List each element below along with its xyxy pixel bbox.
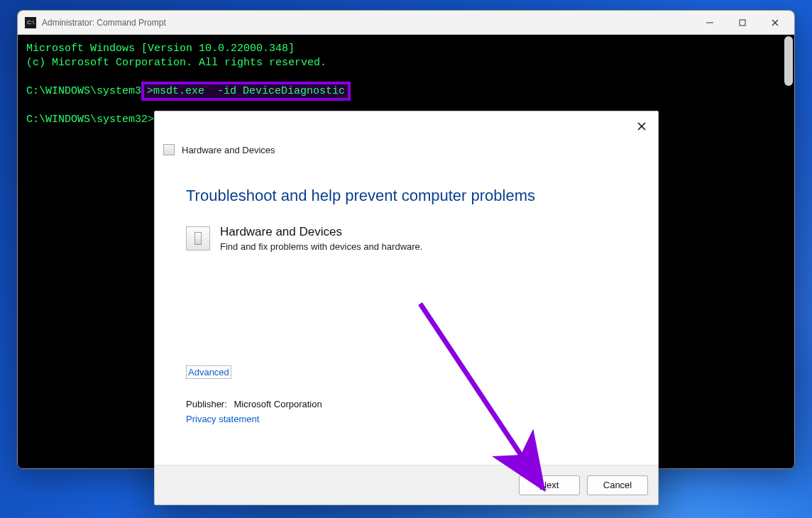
close-icon xyxy=(637,121,647,131)
publisher-value: Microsoft Corporation xyxy=(234,399,322,409)
dialog-close-button[interactable] xyxy=(632,117,651,136)
maximize-button[interactable] xyxy=(726,11,759,35)
terminal-line xyxy=(26,70,786,84)
prompt-prefix: C:\WINDOWS\system3 xyxy=(26,85,141,97)
cmd-icon: C:\ xyxy=(25,17,36,28)
close-window-button[interactable] xyxy=(759,11,791,35)
maximize-icon xyxy=(739,19,746,26)
publisher-row: Publisher: Microsoft Corporation xyxy=(186,399,627,409)
dialog-footer: Next Cancel xyxy=(155,465,658,505)
minimize-icon xyxy=(706,19,713,26)
dialog-header-title: Hardware and Devices xyxy=(182,145,275,155)
item-description: Find and fix problems with devices and h… xyxy=(220,241,422,252)
item-title: Hardware and Devices xyxy=(220,225,422,239)
terminal-line: Microsoft Windows [Version 10.0.22000.34… xyxy=(26,42,786,56)
hardware-large-icon xyxy=(186,226,210,250)
minimize-button[interactable] xyxy=(693,11,726,35)
titlebar[interactable]: C:\ Administrator: Command Prompt xyxy=(18,11,794,35)
cancel-button[interactable]: Cancel xyxy=(587,475,648,495)
advanced-link[interactable]: Advanced xyxy=(186,365,231,379)
terminal-line: (c) Microsoft Corporation. All rights re… xyxy=(26,56,786,70)
terminal-line: C:\WINDOWS\system3>msdt.exe -id DeviceDi… xyxy=(26,84,786,99)
troubleshooter-item: Hardware and Devices Find and fix proble… xyxy=(186,225,627,252)
dialog-heading: Troubleshoot and help prevent computer p… xyxy=(186,187,627,205)
hardware-icon xyxy=(163,144,175,155)
next-button-accel: N xyxy=(540,480,547,490)
next-button-rest: ext xyxy=(547,480,559,490)
highlighted-command: >msdt.exe -id DeviceDiagnostic xyxy=(141,82,351,101)
scrollbar-thumb[interactable] xyxy=(784,36,793,86)
window-title: Administrator: Command Prompt xyxy=(42,18,166,28)
dialog-body: Troubleshoot and help prevent computer p… xyxy=(155,165,658,465)
publisher-label: Publisher: xyxy=(186,399,227,409)
troubleshooter-dialog: Hardware and Devices Troubleshoot and he… xyxy=(154,111,659,505)
privacy-statement-link[interactable]: Privacy statement xyxy=(186,414,259,424)
svg-rect-1 xyxy=(740,20,745,26)
dialog-header: Hardware and Devices xyxy=(155,144,658,165)
close-icon xyxy=(772,19,779,26)
next-button[interactable]: Next xyxy=(519,475,580,495)
